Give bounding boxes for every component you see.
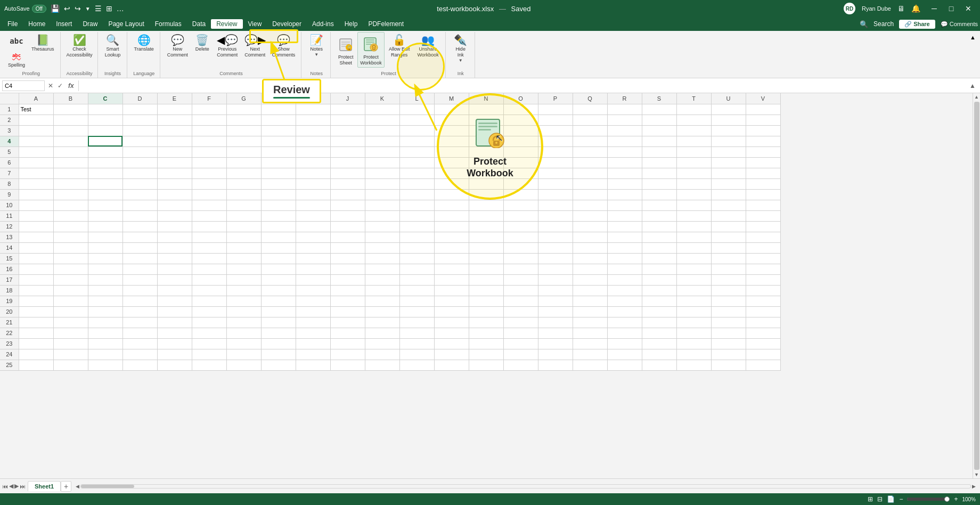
ribbon-display-icon[interactable]: 🖥 — [897, 4, 905, 13]
cell-L2[interactable] — [399, 115, 434, 125]
cell-N19[interactable] — [469, 296, 503, 306]
cell-P20[interactable] — [538, 306, 573, 317]
cell-H22[interactable] — [261, 328, 296, 338]
cell-M4[interactable] — [434, 136, 469, 146]
cell-O13[interactable] — [503, 232, 538, 242]
cell-R18[interactable] — [607, 285, 642, 296]
cell-I11[interactable] — [296, 210, 330, 221]
protect-sheet-button[interactable]: 🔒 ProtectSheet — [335, 32, 356, 68]
comments-button[interactable]: 💬 Comments — [941, 21, 978, 28]
cell-E1[interactable] — [157, 104, 192, 115]
col-header-A[interactable]: A — [19, 93, 53, 104]
cell-M2[interactable] — [434, 115, 469, 125]
cell-N20[interactable] — [469, 306, 503, 317]
cell-K10[interactable] — [365, 200, 399, 210]
cell-P13[interactable] — [538, 232, 573, 242]
cell-S14[interactable] — [642, 242, 676, 253]
cell-U23[interactable] — [711, 338, 746, 349]
menu-item-view[interactable]: View — [243, 19, 267, 29]
cell-G7[interactable] — [226, 168, 261, 178]
cell-V21[interactable] — [746, 317, 780, 328]
cell-G2[interactable] — [226, 115, 261, 125]
cell-V7[interactable] — [746, 168, 780, 178]
cell-R7[interactable] — [607, 168, 642, 178]
cell-T23[interactable] — [676, 338, 711, 349]
cell-G24[interactable] — [226, 349, 261, 360]
cell-D10[interactable] — [123, 200, 157, 210]
cell-T4[interactable] — [676, 136, 711, 146]
cell-Q10[interactable] — [573, 200, 607, 210]
cell-G25[interactable] — [226, 360, 261, 370]
cell-N25[interactable] — [469, 360, 503, 370]
cell-L3[interactable] — [399, 125, 434, 136]
cell-V14[interactable] — [746, 242, 780, 253]
cell-P5[interactable] — [538, 146, 573, 157]
cell-C7[interactable] — [88, 168, 123, 178]
next-comment-button[interactable]: 💬▶ NextComment — [242, 32, 268, 60]
cell-F2[interactable] — [192, 115, 226, 125]
cell-M6[interactable] — [434, 157, 469, 168]
cell-L1[interactable] — [399, 104, 434, 115]
cell-S4[interactable] — [642, 136, 676, 146]
cell-J12[interactable] — [330, 221, 365, 232]
cell-I17[interactable] — [296, 274, 330, 285]
cell-T15[interactable] — [676, 253, 711, 264]
cell-R15[interactable] — [607, 253, 642, 264]
cell-Q2[interactable] — [573, 115, 607, 125]
cell-H13[interactable] — [261, 232, 296, 242]
cell-M17[interactable] — [434, 274, 469, 285]
cell-R20[interactable] — [607, 306, 642, 317]
cell-E17[interactable] — [157, 274, 192, 285]
cell-H3[interactable] — [261, 125, 296, 136]
cell-C21[interactable] — [88, 317, 123, 328]
cell-C13[interactable] — [88, 232, 123, 242]
cell-G20[interactable] — [226, 306, 261, 317]
protect-workbook-button[interactable]: ProtectWorkbook — [357, 32, 384, 68]
cell-D19[interactable] — [123, 296, 157, 306]
zoom-out-icon[interactable]: − — [899, 495, 903, 503]
cell-Q3[interactable] — [573, 125, 607, 136]
cell-A18[interactable] — [19, 285, 53, 296]
cell-R11[interactable] — [607, 210, 642, 221]
cell-N2[interactable] — [469, 115, 503, 125]
cell-G3[interactable] — [226, 125, 261, 136]
row-header-10[interactable]: 10 — [0, 200, 19, 210]
cell-C12[interactable] — [88, 221, 123, 232]
cell-D13[interactable] — [123, 232, 157, 242]
cell-A17[interactable] — [19, 274, 53, 285]
cell-G8[interactable] — [226, 178, 261, 189]
cell-E10[interactable] — [157, 200, 192, 210]
cell-H1[interactable] — [261, 104, 296, 115]
cell-Q6[interactable] — [573, 157, 607, 168]
cell-N10[interactable] — [469, 200, 503, 210]
row-header-19[interactable]: 19 — [0, 296, 19, 306]
cell-A7[interactable] — [19, 168, 53, 178]
cell-Q4[interactable] — [573, 136, 607, 146]
cell-K20[interactable] — [365, 306, 399, 317]
cell-C14[interactable] — [88, 242, 123, 253]
cell-F21[interactable] — [192, 317, 226, 328]
cell-N7[interactable] — [469, 168, 503, 178]
menu-item-addins[interactable]: Add-ins — [307, 19, 339, 29]
cell-U22[interactable] — [711, 328, 746, 338]
cell-A13[interactable] — [19, 232, 53, 242]
col-header-J[interactable]: J — [330, 93, 365, 104]
cell-K7[interactable] — [365, 168, 399, 178]
formula-cancel-icon[interactable]: ✕ — [47, 82, 54, 89]
cell-M8[interactable] — [434, 178, 469, 189]
cell-A3[interactable] — [19, 125, 53, 136]
cell-V23[interactable] — [746, 338, 780, 349]
cell-E3[interactable] — [157, 125, 192, 136]
cell-Q24[interactable] — [573, 349, 607, 360]
cell-reference-box[interactable] — [2, 80, 45, 91]
cell-B6[interactable] — [53, 157, 88, 168]
row-header-4[interactable]: 4 — [0, 136, 19, 146]
cell-T3[interactable] — [676, 125, 711, 136]
cell-M18[interactable] — [434, 285, 469, 296]
cell-I12[interactable] — [296, 221, 330, 232]
cell-J6[interactable] — [330, 157, 365, 168]
add-sheet-button[interactable]: + — [61, 481, 71, 492]
cell-F16[interactable] — [192, 264, 226, 274]
cell-T21[interactable] — [676, 317, 711, 328]
cell-H7[interactable] — [261, 168, 296, 178]
